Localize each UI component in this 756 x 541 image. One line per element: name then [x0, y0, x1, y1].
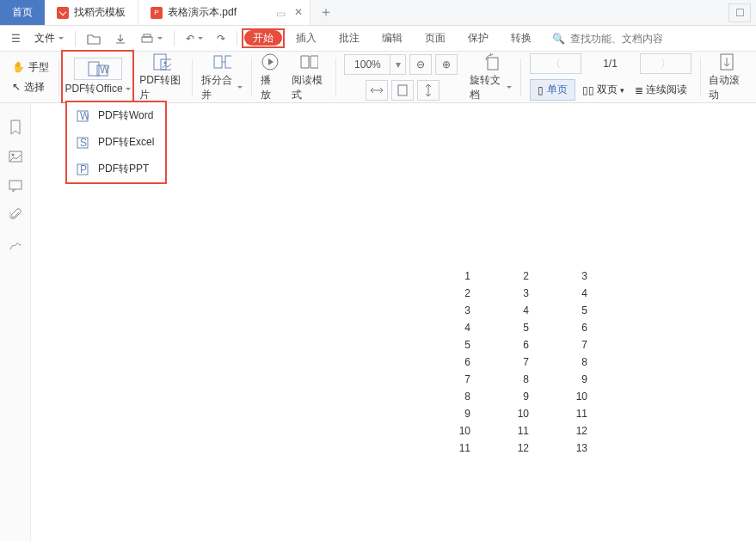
menu-convert[interactable]: 转换	[502, 28, 540, 48]
read-mode-button[interactable]: 阅读模式	[286, 52, 332, 102]
export-icon[interactable]	[110, 30, 131, 47]
menu-page[interactable]: 页面	[416, 28, 454, 48]
table-cell: 8	[415, 389, 472, 404]
table-cell: 9	[532, 372, 589, 387]
comment-panel-icon[interactable]	[7, 177, 24, 194]
tab-home[interactable]: 首页	[0, 0, 45, 25]
menu-insert[interactable]: 插入	[287, 28, 325, 48]
file-menu[interactable]: 文件	[30, 28, 68, 48]
word-icon: W	[76, 109, 89, 123]
search-input[interactable]	[570, 33, 708, 45]
svg-text:P: P	[80, 163, 87, 175]
single-page-button[interactable]: ▯单页	[530, 79, 575, 101]
double-page-button[interactable]: ▯▯双页▾	[579, 80, 628, 100]
auto-scroll-button[interactable]: 自动滚动	[704, 52, 749, 102]
table-cell: 7	[415, 372, 472, 387]
zoom-dropdown-icon[interactable]: ▾	[390, 55, 405, 74]
auto-scroll-icon	[717, 52, 736, 71]
print-icon[interactable]	[136, 30, 167, 47]
select-tool[interactable]: ↖选择	[12, 80, 45, 95]
pdf-image-label: PDF转图片	[139, 73, 183, 102]
tab-document[interactable]: P 表格演示本.pdf ▭ ✕	[138, 0, 310, 25]
attachment-panel-icon[interactable]	[7, 206, 24, 224]
file-label: 文件	[34, 31, 55, 46]
svg-rect-22	[9, 181, 22, 189]
svg-rect-12	[488, 58, 498, 70]
table-cell: 9	[415, 406, 472, 421]
signature-panel-icon[interactable]	[7, 236, 24, 253]
zoom-in-button[interactable]: ⊕	[435, 54, 458, 75]
window-max-button[interactable]: ☐	[728, 3, 751, 22]
table-cell: 8	[532, 354, 589, 370]
pdf-to-office-button[interactable]: W PDF转Office	[63, 52, 132, 102]
tool-mode-group: ✋手型 ↖选择	[7, 52, 55, 102]
menu-edit[interactable]: 编辑	[373, 28, 411, 48]
bookmark-icon[interactable]	[7, 119, 24, 136]
separator	[700, 58, 701, 96]
fit-page-button[interactable]	[391, 80, 414, 101]
page-next-button[interactable]: 〉	[640, 53, 691, 74]
ribbon-toolbar: ✋手型 ↖选择 W PDF转Office PDF转图片 拆分合并 播放 阅读模式…	[0, 52, 756, 103]
dropdown-pdf-excel[interactable]: S PDF转Excel	[67, 129, 165, 156]
play-button[interactable]: 播放	[255, 52, 285, 102]
table-cell: 7	[532, 337, 589, 353]
close-tab-icon[interactable]: ✕	[294, 6, 303, 18]
table-row: 789	[415, 372, 589, 387]
svg-rect-0	[142, 37, 152, 42]
table-cell: 6	[415, 354, 472, 370]
svg-text:W: W	[100, 64, 110, 76]
hand-tool[interactable]: ✋手型	[12, 60, 49, 75]
search-icon: 🔍	[552, 33, 565, 45]
svg-text:S: S	[80, 137, 87, 149]
image-panel-icon[interactable]	[7, 148, 24, 165]
table-cell: 1	[415, 268, 472, 284]
table-cell: 10	[474, 406, 531, 421]
continuous-label: 连续阅读	[646, 83, 687, 97]
document-table: 1232343454565676787898910910111011121112…	[414, 267, 591, 458]
tab-template[interactable]: 找稻壳模板	[45, 0, 138, 25]
redo-icon[interactable]: ↷	[212, 30, 230, 47]
rotate-button[interactable]: 旋转文档	[464, 52, 516, 102]
fit-width-button[interactable]	[366, 80, 388, 101]
page-prev-button[interactable]: 〈	[530, 53, 581, 74]
hamburger-icon[interactable]: ☰	[7, 30, 25, 47]
document-tabs: 首页 找稻壳模板 P 表格演示本.pdf ▭ ✕ ＋	[0, 0, 756, 26]
open-icon[interactable]	[83, 30, 105, 47]
tab-add[interactable]: ＋	[310, 0, 341, 25]
table-row: 345	[415, 303, 589, 318]
pin-icon[interactable]: ▭	[276, 8, 286, 20]
svg-rect-11	[398, 85, 407, 95]
table-cell: 3	[532, 268, 589, 284]
continuous-read-button[interactable]: ≣连续阅读	[631, 80, 691, 100]
table-cell: 4	[415, 320, 472, 335]
table-cell: 6	[474, 337, 531, 353]
table-cell: 6	[532, 320, 589, 335]
undo-icon[interactable]: ↶	[181, 30, 207, 47]
rotate-icon	[482, 52, 501, 71]
dropdown-pdf-ppt[interactable]: P PDF转PPT	[67, 156, 165, 182]
play-icon	[261, 52, 280, 71]
split-merge-label: 拆分合并	[201, 73, 243, 102]
zoom-group: 100% ▾ ⊖ ⊕	[339, 52, 463, 102]
pdf-to-image-button[interactable]: PDF转图片	[134, 52, 188, 102]
table-row: 456	[415, 320, 589, 335]
table-cell: 9	[474, 389, 531, 404]
pdf-office-label: PDF转Office	[65, 82, 130, 96]
table-row: 567	[415, 337, 589, 353]
fit-height-button[interactable]	[417, 80, 439, 101]
table-cell: 5	[474, 320, 531, 335]
svg-rect-8	[214, 56, 222, 68]
dropdown-pdf-word[interactable]: W PDF转Word	[67, 102, 165, 129]
table-row: 123	[415, 268, 589, 284]
zoom-out-button[interactable]: ⊖	[409, 54, 432, 75]
search-box[interactable]: 🔍	[545, 33, 749, 45]
continuous-icon: ≣	[635, 84, 643, 96]
zoom-select[interactable]: 100% ▾	[344, 54, 406, 75]
svg-rect-9	[225, 56, 231, 68]
split-merge-button[interactable]: 拆分合并	[196, 52, 248, 102]
menu-protect[interactable]: 保护	[459, 28, 497, 48]
rotate-label: 旋转文档	[470, 73, 511, 102]
menu-annotate[interactable]: 批注	[330, 28, 368, 48]
sidebar-strip	[0, 103, 31, 541]
menu-start[interactable]: 开始	[244, 30, 282, 46]
